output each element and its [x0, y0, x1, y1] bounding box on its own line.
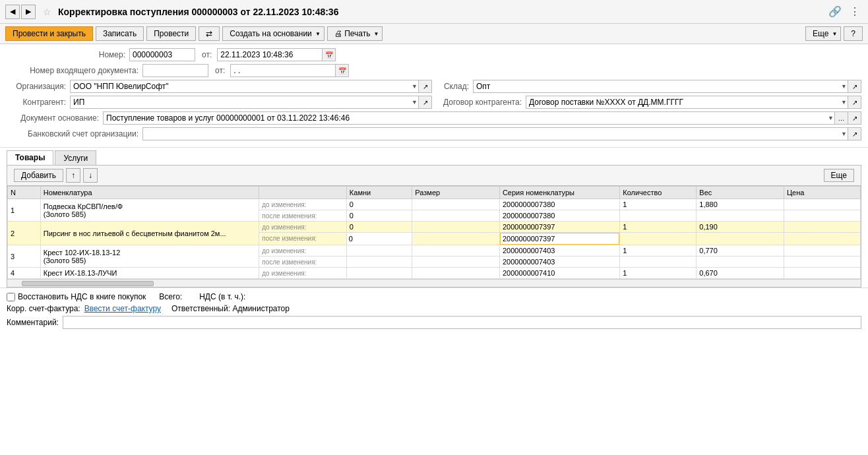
basis-doc-label: Документ основание:: [7, 113, 99, 123]
col-header-series: Серия номенклатуры: [499, 187, 619, 199]
restore-vat-label: Восстановить НДС в книге покупок: [18, 292, 146, 301]
incoming-doc-input[interactable]: [142, 64, 208, 77]
sync-button[interactable]: ⇄: [199, 26, 220, 41]
row1-size-after: [412, 210, 500, 222]
row2-stones-after[interactable]: [346, 233, 412, 245]
warehouse-open-button[interactable]: ↗: [848, 80, 861, 93]
row4-weight-before: 0,670: [697, 268, 784, 279]
col-header-weight: Вес: [697, 187, 784, 199]
more-icon-button[interactable]: ⋮: [847, 4, 863, 19]
row4-series-before: 2000000007410: [499, 268, 619, 279]
move-up-button[interactable]: ↑: [66, 168, 80, 183]
table-more-button[interactable]: Еще: [824, 169, 854, 182]
warehouse-input[interactable]: [473, 80, 848, 93]
row3-before-label: до изменения:: [259, 245, 347, 257]
more-button[interactable]: Еще: [805, 26, 841, 41]
save-button[interactable]: Записать: [96, 26, 144, 41]
create-basis-button[interactable]: Создать на основании: [222, 26, 325, 41]
date-calendar-button[interactable]: 📅: [323, 48, 336, 61]
bank-account-input[interactable]: [142, 127, 848, 140]
contract-open-button[interactable]: ↗: [848, 96, 861, 109]
col-header-size: Размер: [412, 187, 500, 199]
footer-area: Восстановить НДС в книге покупок Всего: …: [0, 288, 868, 332]
number-label: Номер:: [7, 50, 125, 59]
link-icon-button[interactable]: 🔗: [826, 4, 844, 19]
warehouse-open-icon: ↗: [852, 83, 857, 90]
scrollbar-thumb[interactable]: [22, 281, 154, 286]
bank-account-label: Банковский счет организации:: [7, 129, 139, 138]
post-and-close-button[interactable]: Провести и закрыть: [5, 26, 93, 41]
toolbar: Провести и закрыть Записать Провести ⇄ С…: [0, 24, 868, 44]
restore-vat-checkbox-group: Восстановить НДС в книге покупок: [7, 292, 146, 301]
restore-vat-checkbox[interactable]: [7, 293, 15, 301]
nav-back-button[interactable]: ◀: [5, 5, 20, 19]
row2-size-after: [412, 233, 500, 245]
tabs-area: Товары Услуги Добавить ↑ ↓ Еще N Номенкл…: [0, 148, 868, 288]
print-label: Печать: [344, 29, 370, 38]
row3-after-label: после изменения:: [259, 257, 347, 268]
tab-goods[interactable]: Товары: [7, 150, 53, 165]
contract-label: Договор контрагента:: [436, 98, 522, 107]
incoming-from-label: от:: [215, 66, 225, 75]
basis-dots-button[interactable]: …: [835, 111, 848, 125]
counterparty-section: Контрагент: ▼ ↗: [7, 96, 432, 109]
row2-price-before: [784, 222, 860, 233]
counterparty-open-button[interactable]: ↗: [419, 96, 432, 109]
add-button[interactable]: Добавить: [14, 169, 63, 182]
row2-n: 2: [8, 222, 41, 245]
form-area: Номер: от: 📅 Номер входящего документа: …: [0, 44, 868, 148]
contract-open-icon: ↗: [852, 99, 857, 106]
comment-input[interactable]: [63, 316, 861, 329]
post-button[interactable]: Провести: [146, 26, 196, 41]
number-input[interactable]: [129, 48, 195, 61]
basis-doc-row: Документ основание: ▼ … ↗: [7, 111, 861, 125]
row2-before-label: до изменения:: [259, 222, 347, 233]
tab-services[interactable]: Услуги: [55, 150, 96, 165]
basis-open-button[interactable]: ↗: [848, 111, 861, 125]
print-button[interactable]: 🖨 Печать: [327, 26, 383, 41]
incoming-date-input[interactable]: [230, 64, 336, 77]
org-input[interactable]: [70, 80, 419, 93]
row4-stones-before: [346, 268, 412, 279]
incoming-calendar-button[interactable]: 📅: [336, 64, 349, 77]
basis-open-icon: ↗: [852, 115, 857, 122]
counterparty-input[interactable]: [70, 96, 419, 109]
col-header-nom: Номенклатура: [40, 187, 259, 199]
row1-before-label: до изменения:: [259, 199, 347, 210]
contract-input[interactable]: [526, 96, 848, 109]
corr-invoice-link[interactable]: Ввести счет-фактуру: [84, 304, 161, 313]
row1-series-after: 2000000007380: [499, 210, 619, 222]
help-button[interactable]: ?: [844, 26, 863, 41]
row1-qty-after: [620, 210, 697, 222]
basis-doc-input[interactable]: [103, 111, 835, 125]
contract-field-group: ▼ ↗: [526, 96, 861, 109]
row2-series-after[interactable]: [499, 233, 619, 245]
incoming-calendar-icon: 📅: [338, 67, 346, 75]
date-input[interactable]: [217, 48, 323, 61]
move-down-button[interactable]: ↓: [83, 168, 98, 183]
col-header-qty: Количество: [620, 187, 697, 199]
contract-section: Договор контрагента: ▼ ↗: [436, 96, 861, 109]
responsible-label: Ответственный:: [171, 304, 230, 313]
row2-stones-before: 0: [346, 222, 412, 233]
row1-price-before: [784, 199, 860, 210]
table-toolbar: Добавить ↑ ↓ Еще: [7, 165, 861, 186]
row3-weight-before: 0,770: [697, 245, 784, 257]
warehouse-section: Склад: ▼ ↗: [436, 80, 861, 93]
row2-size-before: [412, 222, 500, 233]
row4-qty-before: 1: [620, 268, 697, 279]
vat-label: НДС (в т. ч.):: [199, 292, 245, 301]
row4-price-before: [784, 268, 860, 279]
nav-forward-button[interactable]: ▶: [21, 5, 36, 19]
row3-n: 3: [8, 245, 41, 268]
org-open-button[interactable]: ↗: [419, 80, 432, 93]
row3-price-after: [784, 257, 860, 268]
star-icon[interactable]: ☆: [40, 5, 54, 19]
data-table: N Номенклатура Камни Размер Серия номенк…: [7, 186, 861, 279]
print-icon: 🖨: [334, 29, 342, 38]
bank-account-row: Банковский счет организации: ▼ ↗: [7, 127, 861, 140]
horizontal-scrollbar[interactable]: [7, 279, 861, 287]
row1-qty-before: 1: [620, 199, 697, 210]
number-row: Номер: от: 📅: [7, 48, 861, 61]
bank-open-button[interactable]: ↗: [848, 127, 861, 140]
